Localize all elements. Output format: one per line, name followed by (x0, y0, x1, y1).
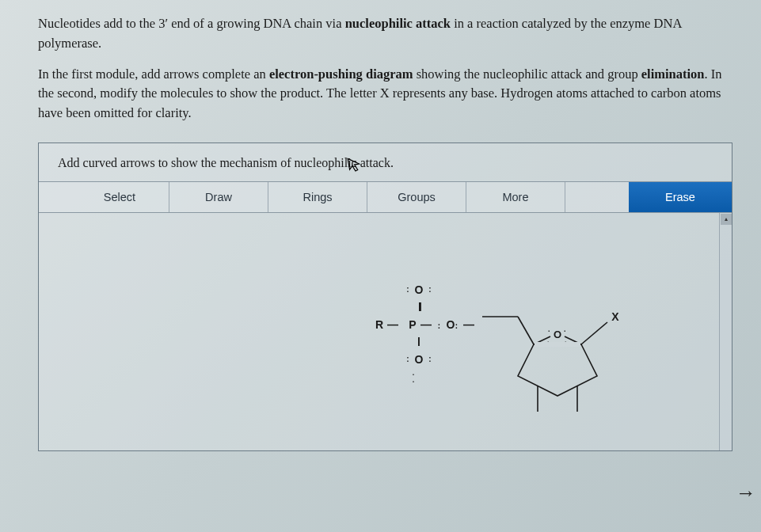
drawing-module: Add curved arrows to show the mechanism … (38, 142, 732, 451)
base-X: X (611, 310, 619, 323)
prompt-paragraph-2: In the first module, add arrows complete… (38, 65, 732, 124)
svg-line-7 (581, 322, 607, 344)
more-tool[interactable]: More (466, 182, 565, 212)
draw-tool[interactable]: Draw (169, 182, 268, 212)
single-bond: — (420, 318, 438, 331)
prompt-paragraph-1: Nucleotides add to the 3′ end of a growi… (38, 14, 732, 54)
select-tool[interactable]: Select (70, 182, 169, 212)
molecule-structure: : O : ll R — P — .. O .. — (371, 281, 487, 386)
rings-tool[interactable]: Rings (268, 182, 367, 212)
lone-pair: . . (411, 370, 417, 384)
atom-oxygen-bottom: O (411, 353, 427, 366)
double-bond: ll (411, 298, 427, 316)
drawing-toolbar: Select Draw Rings Groups More Erase (39, 181, 732, 213)
lone-pair: : (405, 355, 411, 363)
lone-pair: .. (455, 321, 463, 328)
module-instruction: Add curved arrows to show the mechanism … (39, 143, 732, 181)
vertical-scrollbar[interactable]: ▴ (719, 213, 732, 450)
groups-tool[interactable]: Groups (367, 182, 466, 212)
single-bond: l (411, 333, 427, 351)
lone-pair: . (548, 325, 550, 333)
single-bond: — (387, 318, 405, 331)
svg-rect-4 (535, 342, 580, 347)
lone-pair: : (427, 355, 433, 363)
group-R: R (371, 318, 387, 331)
chevron-up-icon: ▴ (725, 215, 728, 222)
lone-pair: : (405, 286, 411, 294)
atom-phosphorus: P (405, 318, 420, 331)
question-prompt: Nucleotides add to the 3′ end of a growi… (38, 14, 732, 124)
lone-pair: . (564, 325, 566, 333)
toolbar-spacer (565, 182, 629, 212)
lone-pair: : (427, 286, 433, 294)
atom-oxygen-ring: O (554, 329, 561, 340)
scroll-up-button[interactable]: ▴ (721, 214, 732, 225)
drawing-canvas[interactable]: : O : ll R — P — .. O .. — (39, 213, 732, 450)
erase-button[interactable]: Erase (629, 182, 732, 212)
ribose-ring: O . . . . X (474, 265, 680, 424)
atom-oxygen-top: O (411, 283, 427, 296)
next-arrow-icon[interactable]: → (736, 481, 756, 505)
